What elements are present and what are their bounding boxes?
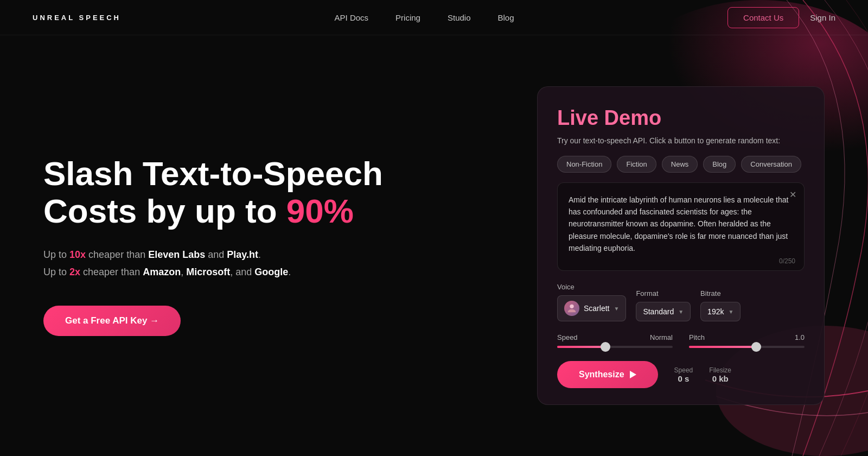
hero-subtitle: Up to 10x cheaper than Eleven Labs and P… xyxy=(43,246,505,281)
controls-row: Voice Scarlett ▼ Format Standard xyxy=(557,283,805,321)
speed-stat-value: 0 s xyxy=(678,374,690,383)
cat-non-fiction[interactable]: Non-Fiction xyxy=(557,156,611,173)
demo-title: Live Demo xyxy=(557,106,805,130)
voice-value: Scarlett xyxy=(584,304,609,313)
microsoft-highlight: Microsoft xyxy=(186,267,230,277)
svg-point-2 xyxy=(570,305,573,308)
hero-title: Slash Text-to-Speech Costs by up to 90% xyxy=(43,155,505,229)
speed-value: Normal xyxy=(650,333,673,341)
pitch-slider-header: Pitch 1.0 xyxy=(689,333,805,341)
2x-highlight: 2x xyxy=(69,267,80,277)
bitrate-control: Bitrate 192k ▼ xyxy=(700,289,741,321)
pitch-slider-fill xyxy=(689,346,756,348)
contact-us-button[interactable]: Contact Us xyxy=(727,7,799,28)
get-api-key-button[interactable]: Get a Free API Key → xyxy=(43,306,181,336)
speed-slider-thumb[interactable] xyxy=(601,342,610,352)
voice-control: Voice Scarlett ▼ xyxy=(557,283,626,321)
brand-logo: UNREAL SPEECH xyxy=(33,14,121,22)
format-label: Format xyxy=(636,289,691,297)
pitch-slider-group: Pitch 1.0 xyxy=(689,333,805,348)
char-count: 0/250 xyxy=(779,257,795,265)
navbar: UNREAL SPEECH API Docs Pricing Studio Bl… xyxy=(0,0,868,35)
nav-pricing[interactable]: Pricing xyxy=(395,13,420,22)
bottom-row: Synthesize Speed 0 s Filesize 0 kb xyxy=(557,361,805,388)
cat-conversation[interactable]: Conversation xyxy=(741,156,801,173)
playht-highlight: Play.ht xyxy=(227,249,258,260)
nav-links: API Docs Pricing Studio Blog xyxy=(335,13,514,22)
filesize-stat-value: 0 kb xyxy=(712,374,729,383)
demo-panel: Live Demo Try our text-to-speech API. Cl… xyxy=(537,86,825,406)
cat-fiction[interactable]: Fiction xyxy=(617,156,656,173)
voice-chevron-icon: ▼ xyxy=(614,306,619,312)
bitrate-value: 192k xyxy=(707,307,724,316)
format-select[interactable]: Standard ▼ xyxy=(636,302,691,321)
demo-subtitle: Try our text-to-speech API. Click a butt… xyxy=(557,136,805,145)
main-content: Slash Text-to-Speech Costs by up to 90% … xyxy=(0,35,868,456)
pitch-slider-thumb[interactable] xyxy=(751,342,761,352)
cat-news[interactable]: News xyxy=(662,156,698,173)
google-highlight: Google xyxy=(254,267,288,277)
speed-slider-track[interactable] xyxy=(557,346,673,348)
nav-blog[interactable]: Blog xyxy=(498,13,514,22)
speed-slider-header: Speed Normal xyxy=(557,333,673,341)
filesize-stat: Filesize 0 kb xyxy=(709,366,731,383)
sliders-row: Speed Normal Pitch 1.0 xyxy=(557,333,805,348)
pitch-value: 1.0 xyxy=(795,333,805,341)
text-box: Amid the intricate labyrinth of human ne… xyxy=(557,182,805,271)
speed-slider-group: Speed Normal xyxy=(557,333,673,348)
format-chevron-icon: ▼ xyxy=(678,309,684,315)
eleven-labs-highlight: Eleven Labs xyxy=(148,249,205,260)
filesize-stat-label: Filesize xyxy=(709,366,731,374)
hero-section: Slash Text-to-Speech Costs by up to 90% … xyxy=(43,155,537,335)
voice-select[interactable]: Scarlett ▼ xyxy=(557,295,626,321)
sign-in-button[interactable]: Sign In xyxy=(810,13,835,22)
bitrate-chevron-icon: ▼ xyxy=(728,309,733,315)
demo-text-content[interactable]: Amid the intricate labyrinth of human ne… xyxy=(569,194,793,255)
amazon-highlight: Amazon xyxy=(143,267,181,277)
format-value: Standard xyxy=(643,307,674,316)
voice-avatar xyxy=(564,301,579,316)
speed-stat-label: Speed xyxy=(674,366,693,374)
play-icon xyxy=(630,371,636,378)
bitrate-label: Bitrate xyxy=(700,289,741,297)
nav-api-docs[interactable]: API Docs xyxy=(335,13,369,22)
10x-highlight: 10x xyxy=(69,249,86,260)
close-text-button[interactable]: ✕ xyxy=(789,189,796,200)
cat-blog[interactable]: Blog xyxy=(703,156,736,173)
speed-stat: Speed 0 s xyxy=(674,366,693,383)
synthesize-label: Synthesize xyxy=(579,370,624,379)
speed-label: Speed xyxy=(557,333,578,341)
format-control: Format Standard ▼ xyxy=(636,289,691,321)
pitch-slider-track[interactable] xyxy=(689,346,805,348)
synthesize-button[interactable]: Synthesize xyxy=(557,361,658,388)
bitrate-select[interactable]: 192k ▼ xyxy=(700,302,741,321)
speed-slider-fill xyxy=(557,346,605,348)
nav-studio[interactable]: Studio xyxy=(448,13,471,22)
voice-label: Voice xyxy=(557,283,626,291)
nav-actions: Contact Us Sign In xyxy=(727,7,835,28)
pitch-label: Pitch xyxy=(689,333,705,341)
category-buttons: Non-Fiction Fiction News Blog Conversati… xyxy=(557,156,805,173)
